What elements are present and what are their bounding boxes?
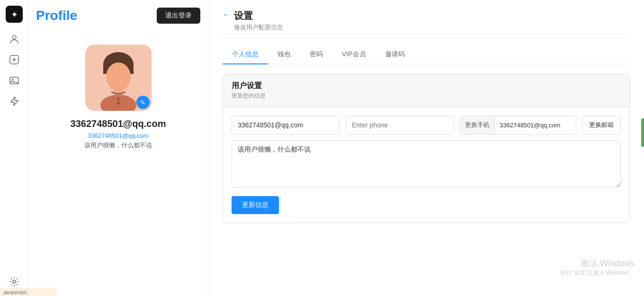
bio-textarea[interactable]: 该用户很懒，什么都不说 [232, 140, 621, 188]
page-header: ← 设置 修改用户配置信息 [223, 9, 630, 38]
tab-invite[interactable]: 邀请码 [376, 45, 414, 64]
svg-point-8 [13, 280, 16, 283]
svg-text:✦: ✦ [10, 10, 18, 19]
windows-watermark-line1: 激活 Windows [560, 258, 635, 269]
user-email-sub: 3362748501@qq.com [88, 132, 148, 139]
phone-input[interactable] [346, 116, 454, 135]
svg-point-15 [117, 98, 120, 101]
tabs-bar: 个人信息 钱包 密码 VIP会员 邀请码 [223, 45, 630, 64]
change-phone-input[interactable] [495, 117, 576, 134]
svg-point-12 [106, 63, 131, 91]
status-bar: javascript:; [0, 288, 57, 296]
user-bio: 该用户很懒，什么都不说 [84, 141, 152, 150]
email-input[interactable] [232, 116, 340, 135]
avatar-container: ✎ [85, 45, 152, 111]
settings-card-header: 用户设置 更新您的信息 [223, 74, 629, 107]
page-title: 设置 [234, 9, 283, 22]
sidebar-title: Profile [36, 8, 77, 23]
sidebar: Profile 退出登录 ✎ [28, 0, 208, 296]
update-button[interactable]: 更新信息 [232, 196, 279, 214]
tab-vip[interactable]: VIP会员 [332, 45, 376, 64]
settings-card-subtitle: 更新您的信息 [232, 92, 621, 100]
user-avatar-icon[interactable] [6, 30, 23, 47]
user-email-main: 3362748501@qq.com [71, 118, 166, 129]
windows-watermark: 激活 Windows 转到"设置"以激活 Windows。 [560, 258, 635, 277]
back-arrow-icon[interactable]: ← [223, 10, 230, 19]
page-subtitle: 修改用户配置信息 [234, 23, 283, 32]
main-content: ← 设置 修改用户配置信息 个人信息 钱包 密码 VIP会员 邀请码 用户设置 … [208, 0, 644, 296]
svg-point-16 [117, 102, 120, 105]
tab-password[interactable]: 密码 [300, 45, 332, 64]
image-icon[interactable] [6, 72, 23, 89]
add-icon[interactable] [6, 51, 23, 68]
page-title-block: 设置 修改用户配置信息 [234, 9, 283, 32]
status-bar-text: javascript:; [4, 289, 29, 295]
settings-card: 用户设置 更新您的信息 更换手机 更换邮箱 该用户很懒，什么都不说 更新信息 [223, 74, 630, 223]
green-status-bar [641, 118, 644, 147]
windows-watermark-line2: 转到"设置"以激活 Windows。 [560, 269, 635, 277]
settings-card-body: 更换手机 更换邮箱 该用户很懒，什么都不说 更新信息 [223, 107, 629, 223]
logout-button[interactable]: 退出登录 [157, 8, 200, 24]
change-phone-label: 更换手机 [460, 116, 495, 134]
change-email-button[interactable]: 更换邮箱 [582, 116, 621, 135]
fields-row: 更换手机 更换邮箱 [232, 116, 621, 135]
svg-point-7 [12, 79, 13, 81]
svg-point-2 [12, 36, 16, 39]
sidebar-header: Profile 退出登录 [36, 8, 200, 24]
icon-bar: ✦ [0, 0, 28, 296]
avatar-edit-button[interactable]: ✎ [136, 96, 150, 109]
tab-wallet[interactable]: 钱包 [268, 45, 300, 64]
logo-icon[interactable]: ✦ [6, 6, 23, 23]
lightning-icon[interactable] [6, 93, 23, 110]
settings-card-title: 用户设置 [232, 81, 621, 91]
phone-change-group: 更换手机 [460, 116, 576, 135]
tab-personal[interactable]: 个人信息 [223, 45, 268, 64]
